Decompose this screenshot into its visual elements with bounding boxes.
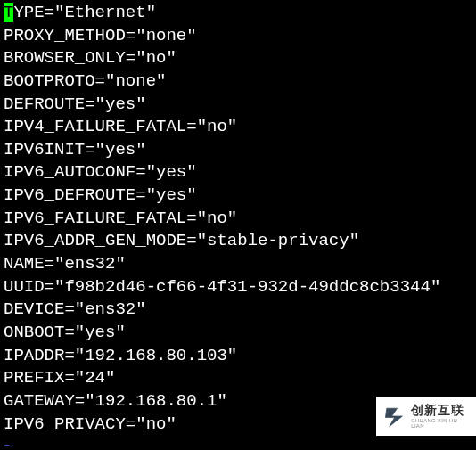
empty-line-tilde: ~ [4, 436, 472, 450]
config-line: IPV6_AUTOCONF="yes" [4, 161, 472, 184]
watermark-logo-icon [382, 403, 407, 430]
config-line: IPV4_FAILURE_FATAL="no" [4, 116, 472, 139]
config-line: BOOTPROTO="none" [4, 70, 472, 94]
config-line: IPV6INIT="yes" [4, 139, 472, 162]
config-line: BROWSER_ONLY="no" [4, 47, 472, 70]
watermark-text: 创新互联 CHUANG XIN HU LIAN [411, 404, 471, 429]
config-line: TYPE="Ethernet" [4, 2, 472, 25]
terminal-editor[interactable]: TYPE="Ethernet"PROXY_METHOD="none"BROWSE… [4, 2, 472, 450]
cursor: T [4, 3, 13, 22]
config-line: PREFIX="24" [4, 367, 472, 390]
config-line: NAME="ens32" [4, 253, 472, 276]
watermark-cn-label: 创新互联 [411, 404, 471, 416]
config-line: IPADDR="192.168.80.103" [4, 345, 472, 368]
config-line: UUID="f98b2d46-cf66-4f31-932d-49ddc8cb33… [4, 276, 472, 299]
config-line: DEFROUTE="yes" [4, 94, 472, 117]
config-line: DEVICE="ens32" [4, 299, 472, 322]
config-line: PROXY_METHOD="none" [4, 25, 472, 48]
config-line: IPV6_DEFROUTE="yes" [4, 184, 472, 208]
config-line: ONBOOT="yes" [4, 322, 472, 345]
config-line: IPV6_ADDR_GEN_MODE="stable-privacy" [4, 230, 472, 253]
watermark: 创新互联 CHUANG XIN HU LIAN [376, 397, 476, 436]
watermark-en-label: CHUANG XIN HU LIAN [411, 418, 471, 429]
config-line: IPV6_FAILURE_FATAL="no" [4, 208, 472, 231]
